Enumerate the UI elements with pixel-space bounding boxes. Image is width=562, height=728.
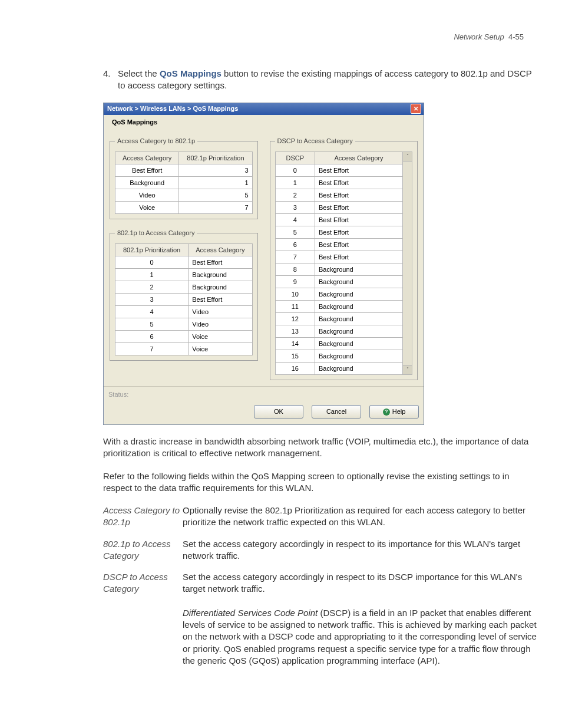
cell: Background [315,338,403,350]
definition-desc: Set the access category accordingly in r… [183,571,539,667]
step-4: 4. Select the QoS Mappings button to rev… [103,68,539,92]
cell: 3 [275,202,315,214]
scrollbar[interactable]: ˄ ˅ [403,151,412,375]
table-row[interactable]: 16Background [275,363,403,375]
cell: Voice [115,202,179,214]
table-row[interactable]: Voice7 [115,202,253,214]
cell: 10 [275,288,315,301]
cell: 5 [115,318,189,331]
table-row[interactable]: 7Best Effort [275,251,403,263]
cell: 11 [275,301,315,313]
cell: Voice [189,331,252,343]
table-row[interactable]: 6Voice [115,331,253,343]
cell: 2 [275,189,315,202]
table-row[interactable]: Video5 [115,189,253,202]
cell: 6 [275,239,315,251]
step-number: 4. [103,68,118,92]
table-row[interactable]: 2Best Effort [275,189,403,202]
table-dscp-to-access: DSCP Access Category 0Best Effort1Best E… [275,151,404,375]
scroll-down-icon[interactable]: ˅ [403,365,412,374]
table-row[interactable]: 9Background [275,276,403,288]
table-row[interactable]: 10Background [275,288,403,301]
cell: Best Effort [315,164,403,177]
table-row[interactable]: 12Background [275,313,403,325]
step-text: Select the QoS Mappings button to revise… [118,68,539,92]
qos-mappings-dialog: Network > Wireless LANs > QoS Mappings ✕… [103,103,424,426]
cancel-button[interactable]: Cancel [312,405,361,419]
cell: 0 [115,256,189,269]
definition-term: DSCP to Access Category [103,571,183,667]
cell: 1 [275,177,315,189]
definition-row: Access Category to 802.1p Optionally rev… [103,505,539,529]
table-row[interactable]: Best Effort3 [115,164,253,177]
col-header: 802.1p Prioritization [179,152,252,164]
legend-access-to-8021p: Access Category to 802.1p [115,137,197,146]
fieldset-8021p-to-access: 802.1p to Access Category 802.1p Priorit… [110,229,258,361]
cell: 15 [275,350,315,363]
table-row[interactable]: 4Video [115,306,253,318]
table-row[interactable]: 6Best Effort [275,239,403,251]
help-icon: ? [383,409,390,416]
definition-row: 802.1p to Access Category Set the access… [103,538,539,562]
help-button[interactable]: ? Help [369,405,419,419]
scroll-up-icon[interactable]: ˄ [403,152,412,162]
cell: 0 [275,164,315,177]
cell: Background [315,325,403,338]
table-row[interactable]: 2Background [115,281,253,294]
definition-term: 802.1p to Access Category [103,538,183,562]
cell: Background [115,177,179,189]
fieldset-access-to-8021p: Access Category to 802.1p Access Categor… [110,137,258,219]
table-row[interactable]: Background1 [115,177,253,189]
cell: Best Effort [115,164,179,177]
table-row[interactable]: 3Best Effort [115,294,253,306]
cell: Background [189,269,252,281]
table-row[interactable]: 1Best Effort [275,177,403,189]
cell: 7 [179,202,252,214]
cell: 3 [115,294,189,306]
cell: 7 [115,343,189,355]
cell: Background [315,313,403,325]
table-row[interactable]: 0Best Effort [115,256,253,269]
table-row[interactable]: 15Background [275,350,403,363]
cell: 2 [115,281,189,294]
tab-qos-mappings[interactable]: QoS Mappings [107,117,162,128]
tab-strip: QoS Mappings [104,115,424,128]
table-row[interactable]: 5Video [115,318,253,331]
table-row[interactable]: 13Background [275,325,403,338]
cell: Background [315,350,403,363]
table-row[interactable]: 0Best Effort [275,164,403,177]
col-header: Access Category [189,244,252,256]
paragraph: Refer to the following fields within the… [103,470,539,495]
legend-8021p-to-access: 802.1p to Access Category [115,229,197,238]
definition-list: Access Category to 802.1p Optionally rev… [103,505,539,667]
cell: 1 [115,269,189,281]
status-label: Status: [108,391,128,398]
table-row[interactable]: 4Best Effort [275,214,403,226]
cell: Best Effort [315,177,403,189]
cell: Best Effort [315,214,403,226]
table-row[interactable]: 7Voice [115,343,253,355]
cell: Best Effort [189,256,252,269]
ok-button[interactable]: OK [254,405,303,419]
cell: 4 [275,214,315,226]
dialog-titlebar: Network > Wireless LANs > QoS Mappings ✕ [104,103,424,115]
button-bar: OK Cancel ? Help [104,401,424,424]
status-bar: Status: [104,386,424,401]
table-row[interactable]: 11Background [275,301,403,313]
table-row[interactable]: 3Best Effort [275,202,403,214]
table-row[interactable]: 8Background [275,263,403,276]
cell: 7 [275,251,315,263]
cell: 5 [275,226,315,239]
table-row[interactable]: 1Background [115,269,253,281]
close-icon[interactable]: ✕ [411,104,421,114]
cell: 1 [179,177,252,189]
cell: Background [315,301,403,313]
cell: Best Effort [315,189,403,202]
definition-desc: Optionally revise the 802.1p Prioritizat… [183,505,539,529]
cell: 9 [275,276,315,288]
cell: 3 [179,164,252,177]
page-header: Network Setup 4-55 [454,32,524,41]
table-row[interactable]: 14Background [275,338,403,350]
cell: 5 [179,189,252,202]
table-row[interactable]: 5Best Effort [275,226,403,239]
